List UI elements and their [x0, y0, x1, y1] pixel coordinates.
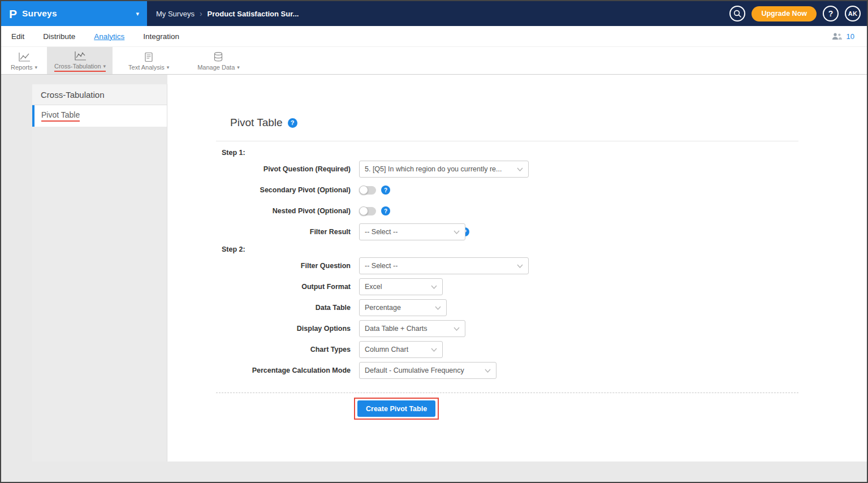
sidebar-item-pivot-table[interactable]: Pivot Table	[32, 105, 167, 127]
toolbar-reports-label: Reports ▾	[11, 64, 37, 71]
toolbar-text-analysis-label: Text Analysis ▾	[128, 64, 169, 71]
tab-integration[interactable]: Integration	[143, 32, 179, 41]
secondary-pivot-toggle[interactable]	[359, 186, 376, 195]
upgrade-button[interactable]: Upgrade Now	[752, 6, 817, 21]
collaborators-count[interactable]: 10	[847, 32, 854, 41]
data-table-select[interactable]: Percentage	[359, 299, 447, 316]
toggle-knob	[359, 206, 368, 215]
form-row-nested-pivot: Nested Pivot (Optional) ?	[167, 202, 867, 219]
filter-question-select[interactable]: -- Select --	[359, 257, 529, 274]
help-button[interactable]: ?	[823, 6, 839, 21]
form-row-pivot-question: Pivot Question (Required) 5. [Q5] In whi…	[167, 161, 867, 178]
display-options-label: Display Options	[167, 325, 359, 333]
search-icon	[733, 10, 741, 18]
breadcrumb: My Surveys › Product Satisfaction Sur...	[156, 9, 299, 18]
toolbar-cross-tabulation[interactable]: Cross-Tabulation ▾	[47, 47, 113, 74]
submit-row: Create Pivot Table	[354, 398, 867, 420]
analytics-toolbar: Reports ▾ Cross-Tabulation ▾ Text Analys…	[1, 47, 867, 75]
page-title: Pivot Table ?	[230, 117, 867, 129]
step-2-label: Step 2:	[222, 245, 867, 253]
secondary-pivot-label: Secondary Pivot (Optional)	[167, 186, 359, 194]
toolbar-manage-data[interactable]: Manage Data ▾	[191, 47, 247, 74]
form-row-data-table: Data Table Percentage	[167, 299, 867, 316]
product-switcher[interactable]: P Surveys ▾	[1, 1, 147, 26]
output-format-select[interactable]: Excel	[359, 278, 443, 295]
chevron-down-icon	[480, 369, 491, 373]
chevron-down-icon: ▾	[136, 10, 139, 18]
form-divider	[216, 393, 798, 393]
pivot-table-help-icon[interactable]: ?	[288, 118, 297, 128]
chevron-down-icon: ▾	[103, 63, 106, 69]
database-icon	[213, 51, 224, 62]
tab-edit[interactable]: Edit	[11, 32, 24, 41]
chevron-down-icon: ▾	[35, 64, 38, 70]
filter-question-label: Filter Question	[167, 262, 359, 270]
step-1-label: Step 1:	[222, 149, 867, 157]
breadcrumb-my-surveys[interactable]: My Surveys	[156, 10, 195, 18]
nested-pivot-help-icon[interactable]: ?	[381, 206, 390, 215]
topbar-actions: Upgrade Now ? AK	[729, 6, 867, 21]
form-row-display-options: Display Options Data Table + Charts	[167, 320, 867, 337]
create-pivot-table-button[interactable]: Create Pivot Table	[357, 400, 435, 417]
chevron-down-icon	[426, 348, 437, 352]
nested-pivot-label: Nested Pivot (Optional)	[167, 207, 359, 215]
questionpro-logo: P	[9, 8, 17, 20]
chevron-down-icon	[426, 285, 437, 289]
form-row-percentage-calculation-mode: Percentage Calculation Mode Default - Cu…	[167, 362, 867, 379]
form-row-output-format: Output Format Excel	[167, 278, 867, 295]
nested-pivot-toggle[interactable]	[359, 207, 376, 215]
chevron-down-icon	[512, 264, 523, 268]
pivot-table-panel: Pivot Table ? Step 1: Pivot Question (Re…	[167, 75, 867, 462]
form-row-secondary-pivot: Secondary Pivot (Optional) ?	[167, 182, 867, 199]
question-mark-icon: ?	[828, 9, 834, 18]
cross-tab-chart-icon	[74, 51, 87, 61]
tab-distribute[interactable]: Distribute	[43, 32, 75, 41]
chart-types-label: Chart Types	[167, 346, 359, 353]
toolbar-reports[interactable]: Reports ▾	[1, 47, 47, 74]
page-title-text: Pivot Table	[230, 117, 283, 129]
chevron-down-icon	[430, 306, 441, 310]
sidebar-item-label: Pivot Table	[41, 110, 80, 122]
display-options-select[interactable]: Data Table + Charts	[359, 320, 465, 337]
toolbar-text-analysis[interactable]: Text Analysis ▾	[122, 47, 176, 74]
chevron-down-icon: ▾	[237, 64, 240, 70]
filter-result-select[interactable]: -- Select --	[359, 223, 465, 240]
toggle-knob	[359, 186, 368, 195]
tab-analytics[interactable]: Analytics	[94, 32, 124, 41]
chevron-down-icon	[449, 230, 460, 234]
form-row-chart-types: Chart Types Column Chart	[167, 341, 867, 358]
chevron-down-icon	[449, 327, 460, 331]
survey-nav: Edit Distribute Analytics Integration 10	[1, 26, 867, 47]
secondary-pivot-help-icon[interactable]: ?	[381, 186, 390, 195]
annotation-highlight: Create Pivot Table	[354, 398, 439, 420]
topbar: P Surveys ▾ My Surveys › Product Satisfa…	[1, 1, 867, 26]
workspace: Cross-Tabulation Pivot Table Pivot Table…	[1, 75, 867, 462]
percentage-calculation-mode-select[interactable]: Default - Cumulative Frequency	[359, 362, 496, 379]
chevron-down-icon: ▾	[167, 64, 170, 70]
app-name: Surveys	[22, 8, 57, 19]
sidebar: Cross-Tabulation Pivot Table	[32, 84, 167, 462]
avatar[interactable]: AK	[845, 6, 861, 21]
chart-types-select[interactable]: Column Chart	[359, 341, 443, 358]
app-window: P Surveys ▾ My Surveys › Product Satisfa…	[0, 0, 868, 483]
toolbar-cross-tabulation-label: Cross-Tabulation ▾	[54, 63, 106, 72]
people-icon[interactable]	[831, 33, 843, 40]
line-chart-icon	[18, 52, 31, 62]
breadcrumb-current-survey: Product Satisfaction Sur...	[208, 10, 299, 18]
data-table-label: Data Table	[167, 304, 359, 312]
percentage-calculation-mode-label: Percentage Calculation Mode	[167, 366, 359, 374]
breadcrumb-separator-icon: ›	[200, 9, 202, 18]
title-divider	[216, 141, 798, 141]
sidebar-header-cross-tabulation: Cross-Tabulation	[32, 84, 167, 105]
toolbar-manage-data-label: Manage Data ▾	[197, 64, 240, 71]
output-format-label: Output Format	[167, 283, 359, 291]
form-row-filter-question: Filter Question -- Select --	[167, 257, 867, 274]
pivot-question-label: Pivot Question (Required)	[167, 165, 359, 173]
search-button[interactable]	[729, 6, 745, 21]
collaborators: 10	[831, 32, 867, 41]
form-row-filter-result: Filter Result -- Select -- ?	[167, 223, 867, 240]
text-analysis-icon	[143, 52, 154, 62]
pivot-question-select[interactable]: 5. [Q5] In which region do you currently…	[359, 161, 529, 178]
chevron-down-icon	[512, 167, 523, 171]
filter-result-label: Filter Result	[167, 228, 359, 236]
